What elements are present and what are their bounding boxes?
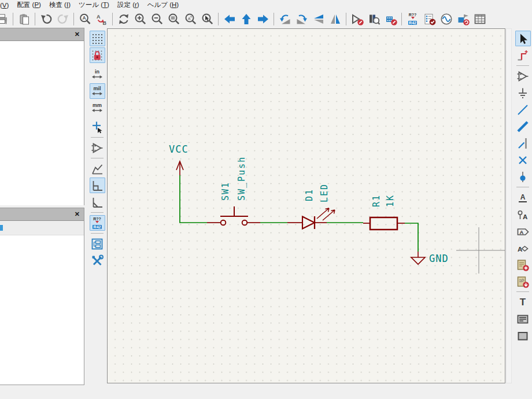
bom-button[interactable] (471, 11, 488, 27)
find-replace-icon: AB (95, 13, 108, 25)
place-power-port-button[interactable] (515, 85, 531, 101)
d1-ref-label[interactable]: D1 (304, 189, 315, 201)
refresh-view-button[interactable] (115, 11, 132, 27)
zoom-to-objects-button[interactable] (182, 11, 199, 27)
menu-item-preferences[interactable]: 設定 (r) (113, 0, 143, 10)
switch-sw1-symbol[interactable] (207, 206, 260, 225)
net-label-icon: A (519, 193, 527, 202)
menu-item-place[interactable]: 配置 (P) (13, 0, 45, 10)
find-replace-button[interactable]: AB (93, 11, 110, 27)
units-inches-button[interactable]: in (90, 66, 105, 82)
sheet-row[interactable] (0, 221, 84, 235)
arrow-left-icon (223, 13, 236, 25)
place-symbol-button[interactable] (515, 68, 531, 84)
45-degree-wires-button[interactable] (90, 194, 105, 210)
erc-button[interactable] (421, 11, 438, 27)
zoom-out-button[interactable] (149, 11, 165, 27)
redo-button[interactable] (54, 11, 71, 27)
menu-item-view[interactable]: (V) (0, 1, 13, 9)
paste-button[interactable] (16, 11, 32, 27)
place-junction-button[interactable] (515, 169, 531, 184)
vertical-scrollbar[interactable] (506, 28, 512, 383)
wire-to-bus-entry-button[interactable] (515, 135, 531, 151)
menu-label: ) (176, 1, 179, 8)
zoom-to-fit-button[interactable] (165, 11, 182, 27)
r1-value-label[interactable]: 1K (385, 194, 396, 207)
menu-item-help[interactable]: ヘルプ (H) (143, 0, 183, 10)
draw-bus-button[interactable] (515, 119, 531, 134)
zoom-to-selection-button[interactable] (199, 11, 216, 27)
simulator-button[interactable] (438, 11, 455, 27)
edit-footprint-button[interactable] (382, 11, 399, 27)
place-net-label-button[interactable]: A (515, 190, 531, 205)
find-button[interactable]: A (76, 11, 93, 27)
r1-ref-label[interactable]: R1 (371, 194, 382, 207)
close-icon[interactable]: ✕ (71, 210, 84, 218)
zoom-in-button[interactable] (132, 11, 149, 27)
opamp-icon (91, 142, 104, 154)
place-text-button[interactable]: T (515, 294, 531, 310)
place-hierarchical-sheet-button[interactable] (515, 257, 531, 272)
rotate-ccw-button[interactable] (276, 11, 293, 27)
close-icon[interactable]: ✕ (71, 31, 84, 38)
vcc-label[interactable]: VCC (169, 143, 189, 155)
import-sheet-pin-button[interactable] (515, 274, 531, 289)
mirror-vertical-button[interactable] (310, 11, 327, 27)
no-connect-flag-button[interactable] (515, 152, 531, 168)
schematic-canvas[interactable]: VCC SW1 SW_Push D1 LED (107, 28, 505, 383)
gnd-power-symbol[interactable]: GND (411, 252, 449, 264)
place-text-box-button[interactable] (515, 311, 531, 327)
svg-text:A: A (520, 228, 524, 235)
navigate-forward-button[interactable] (254, 11, 271, 27)
wire-vcc-to-switch[interactable] (180, 175, 207, 223)
menu-item-inspect[interactable]: 検査 (I) (45, 0, 75, 10)
annotate-button[interactable]: R??R42 (404, 11, 421, 27)
vcc-power-symbol[interactable]: VCC (169, 143, 189, 175)
panel-header[interactable]: ✕ (0, 28, 84, 41)
units-mm-button[interactable]: mm (90, 100, 105, 116)
erc-checklist-icon (423, 13, 436, 25)
free-angle-wires-button[interactable] (90, 161, 105, 176)
hierarchy-navigator-button[interactable] (90, 236, 105, 252)
mirror-horizontal-button[interactable] (327, 11, 343, 27)
rotate-cw-icon (295, 13, 308, 25)
menu-item-tools[interactable]: ツール (T) (75, 0, 113, 10)
wire-resistor-to-gnd[interactable] (405, 223, 418, 252)
units-mils-button[interactable]: mil (90, 83, 105, 99)
browse-libraries-button[interactable] (365, 11, 382, 27)
zoom-out-icon (151, 13, 164, 25)
place-net-class-directive-button[interactable]: A (515, 206, 531, 222)
menu-label: ) (39, 1, 41, 8)
hv-wires-button[interactable] (90, 178, 105, 193)
navigate-back-button[interactable] (221, 11, 238, 27)
resistor-r1-symbol[interactable] (363, 217, 405, 230)
grid-override-button[interactable] (90, 47, 105, 63)
assign-footprints-button[interactable] (455, 11, 471, 27)
annotate-automatically-button[interactable]: R??R42 (90, 215, 105, 231)
draw-rectangle-button[interactable] (515, 328, 531, 343)
gnd-label[interactable]: GND (429, 253, 449, 264)
rotate-cw-button[interactable] (293, 11, 310, 27)
d1-value-label[interactable]: LED (319, 183, 330, 202)
edit-symbol-button[interactable] (349, 11, 365, 27)
toolbar-separator (91, 137, 104, 138)
net-class-directive-icon: A (516, 208, 529, 221)
led-d1-symbol[interactable] (287, 208, 335, 229)
crosshair-cursor-button[interactable] (90, 119, 105, 135)
place-hierarchical-label-button[interactable]: A (515, 240, 531, 256)
schematic-setup-button[interactable] (90, 253, 105, 268)
grid-visibility-button[interactable] (90, 31, 105, 46)
plot-button[interactable] (0, 11, 10, 27)
free-angle-icon (91, 162, 104, 175)
show-hidden-pins-button[interactable] (90, 140, 105, 156)
highlight-net-button[interactable] (515, 47, 531, 63)
draw-wire-button[interactable] (515, 102, 531, 117)
sw1-value-label[interactable]: SW_Push (237, 156, 247, 201)
select-tool-button[interactable] (515, 31, 531, 46)
sw1-ref-label[interactable]: SW1 (220, 182, 231, 201)
navigate-up-button[interactable] (238, 11, 254, 27)
panel-header[interactable]: ✕ (0, 208, 84, 221)
junction-icon (516, 171, 529, 183)
undo-button[interactable] (38, 11, 54, 27)
place-global-label-button[interactable]: A (515, 223, 531, 239)
